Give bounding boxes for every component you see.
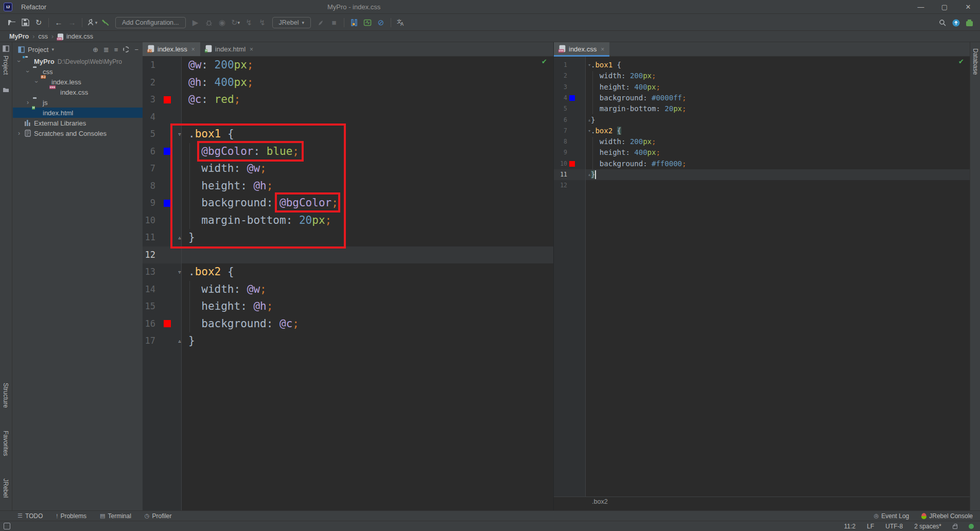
code-line-15[interactable]: 15 height: @h; bbox=[143, 298, 554, 315]
update-available-icon[interactable] bbox=[950, 16, 962, 29]
tree-chevron-icon[interactable]: › bbox=[25, 99, 30, 106]
code-line-5[interactable]: 5 margin-bottom: 20px; bbox=[554, 103, 970, 114]
monitor-activity-icon[interactable] bbox=[361, 16, 374, 29]
maximize-button[interactable]: ▢ bbox=[933, 0, 956, 14]
tree-chevron-icon[interactable]: › bbox=[24, 69, 31, 74]
project-tool-icon[interactable] bbox=[3, 45, 9, 52]
rerun-failed-icon[interactable]: ↯ bbox=[256, 16, 269, 29]
collapse-all-icon[interactable]: ≡ bbox=[114, 46, 118, 54]
breadcrumb-item[interactable]: index.css bbox=[66, 33, 93, 40]
indent-size[interactable]: 2 spaces* bbox=[914, 523, 941, 530]
code-line-14[interactable]: 14 width: @w; bbox=[143, 281, 554, 298]
color-swatch[interactable] bbox=[164, 148, 171, 155]
breadcrumb-item[interactable]: css bbox=[38, 33, 48, 40]
code-line-16[interactable]: 16 background: @c; bbox=[143, 315, 554, 333]
toolwindow-button-terminal[interactable]: ▤Terminal bbox=[100, 512, 131, 520]
tree-item-mypro[interactable]: ›MyProD:\Develop\Web\MyPro bbox=[13, 56, 143, 66]
code-line-2[interactable]: 2@h: 400px; bbox=[143, 74, 554, 92]
jrebel-dropdown-button[interactable]: JRebel ▾ bbox=[272, 17, 311, 28]
code-line-12[interactable]: 12 bbox=[554, 180, 970, 191]
code-line-12[interactable]: 12 bbox=[143, 246, 554, 264]
tree-item-external-libraries[interactable]: External Libraries bbox=[13, 118, 143, 128]
tree-chevron-icon[interactable]: › bbox=[16, 130, 22, 137]
editor-split-divider[interactable] bbox=[553, 42, 554, 510]
sidebar-item-favorites[interactable]: Favorites bbox=[2, 431, 9, 456]
code-line-8[interactable]: 8 width: 200px; bbox=[554, 136, 970, 147]
add-configuration-button[interactable]: Add Configuration... bbox=[115, 17, 186, 28]
fold-marker-icon[interactable]: ▿ bbox=[176, 263, 183, 281]
translate-icon[interactable]: 文A bbox=[395, 16, 407, 29]
code-line-11[interactable]: 11▵} bbox=[554, 169, 970, 180]
profiler-dropdown-icon[interactable]: ↻▾ bbox=[230, 16, 242, 29]
code-line-2[interactable]: 2 width: 200px; bbox=[554, 70, 970, 81]
tree-item-css[interactable]: ›css bbox=[13, 66, 143, 77]
debug-bug-icon[interactable] bbox=[203, 16, 215, 29]
tab-close-icon[interactable]: × bbox=[191, 46, 195, 53]
code-line-10[interactable]: 10 margin-bottom: 20px; bbox=[143, 212, 554, 229]
run-icon[interactable]: ▶ bbox=[189, 16, 202, 29]
toolwindow-button-event-log[interactable]: ◎Event Log bbox=[874, 512, 909, 520]
code-line-5[interactable]: 5▿.box1 { bbox=[143, 126, 554, 143]
code-line-6[interactable]: 6 @bgColor: blue; bbox=[143, 143, 554, 161]
build-hammer-icon[interactable] bbox=[99, 16, 112, 29]
fold-marker-icon[interactable]: ▵ bbox=[176, 332, 183, 350]
code-line-4[interactable]: 4 background: #0000ff; bbox=[554, 93, 970, 103]
tree-item-index-less[interactable]: ›{L}index.less bbox=[13, 77, 143, 87]
code-line-3[interactable]: 3 height: 400px; bbox=[554, 82, 970, 93]
code-line-9[interactable]: 9 background: @bgColor; bbox=[143, 194, 554, 212]
tool-window-switcher-icon[interactable] bbox=[4, 523, 10, 529]
inspection-ok-icon[interactable]: ✔ bbox=[958, 58, 964, 65]
folder-stripe-icon[interactable] bbox=[3, 86, 9, 93]
open-folder-icon[interactable] bbox=[6, 16, 18, 29]
save-all-icon[interactable] bbox=[19, 16, 31, 29]
inspection-ok-icon[interactable]: ✔ bbox=[541, 58, 547, 65]
toolwindow-button-jrebel-console[interactable]: JRebel Console bbox=[921, 512, 973, 520]
disable-blue-icon[interactable]: ⊘ bbox=[375, 16, 387, 29]
color-swatch[interactable] bbox=[164, 96, 171, 103]
tree-chevron-icon[interactable]: › bbox=[15, 59, 23, 64]
code-line-4[interactable]: 4 bbox=[143, 109, 554, 126]
gear-icon[interactable] bbox=[123, 46, 129, 52]
tab-index-less[interactable]: {L}index.less× bbox=[143, 42, 200, 56]
forward-icon[interactable]: → bbox=[66, 16, 78, 29]
back-icon[interactable]: ← bbox=[52, 16, 65, 29]
tab-close-icon[interactable]: × bbox=[601, 46, 604, 53]
hide-panel-icon[interactable]: − bbox=[134, 46, 138, 54]
code-line-10[interactable]: 10 background: #ff0000; bbox=[554, 158, 970, 169]
inspection-profile-icon[interactable] bbox=[969, 524, 974, 529]
sidebar-item-project[interactable]: Project bbox=[2, 56, 9, 75]
tree-item-scratches-and-consoles[interactable]: ›Scratches and Consoles bbox=[13, 128, 143, 138]
sync-icon[interactable]: ↻ bbox=[32, 16, 45, 29]
color-swatch[interactable] bbox=[164, 200, 171, 207]
code-line-9[interactable]: 9 height: 400px; bbox=[554, 147, 970, 158]
code-line-8[interactable]: 8 height: @h; bbox=[143, 178, 554, 195]
code-line-3[interactable]: 3@c: red; bbox=[143, 91, 554, 109]
sidebar-item-database[interactable]: Database bbox=[972, 48, 979, 75]
editor-breadcrumb-box2[interactable]: .box2 bbox=[592, 498, 608, 505]
code-line-7[interactable]: 7▿.box2 { bbox=[554, 126, 970, 136]
color-swatch[interactable] bbox=[164, 320, 171, 327]
breadcrumb-item[interactable]: MyPro bbox=[9, 33, 29, 40]
tab-close-icon[interactable]: × bbox=[250, 46, 253, 53]
run-anything-user-icon[interactable]: ▾ bbox=[86, 16, 98, 29]
code-line-17[interactable]: 17▵} bbox=[143, 332, 554, 350]
locate-file-icon[interactable]: ⊕ bbox=[93, 46, 98, 54]
code-line-11[interactable]: 11▵} bbox=[143, 229, 554, 246]
jrebel-panel-icon[interactable] bbox=[348, 16, 360, 29]
encoding[interactable]: UTF-8 bbox=[885, 523, 903, 530]
tab-index-html[interactable]: Hindex.html× bbox=[200, 42, 258, 56]
tree-item-index-css[interactable]: cssindex.css bbox=[13, 87, 143, 97]
coverage-icon[interactable]: ◉ bbox=[216, 16, 229, 29]
tree-item-index-html[interactable]: Hindex.html bbox=[13, 108, 143, 118]
jrebel-run-icon[interactable] bbox=[314, 16, 327, 29]
code-line-1[interactable]: 1@w: 200px; bbox=[143, 57, 554, 74]
fold-marker-icon[interactable]: ▿ bbox=[176, 126, 183, 143]
menu-item-refactor[interactable]: Refactor bbox=[16, 0, 52, 14]
rerun-icon[interactable]: ↯ bbox=[243, 16, 255, 29]
toolwindow-button-profiler[interactable]: ◷Profiler bbox=[145, 512, 172, 520]
sidebar-item-jrebel[interactable]: JRebel bbox=[2, 479, 9, 498]
color-swatch[interactable] bbox=[569, 161, 575, 167]
toolwindow-button-problems[interactable]: !Problems bbox=[56, 512, 86, 520]
code-line-13[interactable]: 13▿.box2 { bbox=[143, 263, 554, 281]
caret-position[interactable]: 11:2 bbox=[844, 523, 855, 530]
